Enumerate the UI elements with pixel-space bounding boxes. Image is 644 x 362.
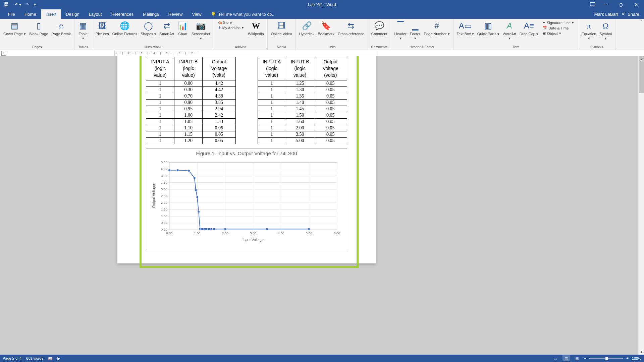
ruler: L 1 · · · | · · · 2 · · · | · · · 3 · · … bbox=[0, 50, 644, 56]
table-cell: 1.30 bbox=[286, 86, 314, 93]
undo-button[interactable]: ↶ ▾ bbox=[13, 2, 22, 8]
textbox-button[interactable]: A▭Text Box ▾ bbox=[455, 19, 475, 37]
online-video-button[interactable]: 🎞Online Video bbox=[270, 19, 293, 37]
svg-point-47 bbox=[198, 210, 200, 213]
macros-icon[interactable]: ▶ bbox=[57, 356, 60, 361]
group-illustrations-label: Illustrations bbox=[145, 45, 162, 50]
svg-text:Output Voltage: Output Voltage bbox=[152, 184, 156, 208]
object-button[interactable]: ▣ Object ▾ bbox=[542, 31, 575, 36]
table-row: 11.600.05 bbox=[258, 118, 347, 125]
page-indicator[interactable]: Page 2 of 4 bbox=[3, 356, 21, 360]
table-row: 11.450.05 bbox=[258, 106, 347, 112]
signature-line-button[interactable]: ✒ Signature Line ▾ bbox=[542, 20, 575, 25]
header-button[interactable]: ▔Header▾ bbox=[393, 19, 408, 42]
symbol-button[interactable]: ΩSymbol▾ bbox=[598, 19, 613, 42]
smartart-button[interactable]: ⇄SmartArt bbox=[158, 19, 175, 37]
quickparts-icon: ▥ bbox=[483, 20, 494, 31]
tab-file[interactable]: File bbox=[3, 9, 20, 19]
scroll-down-button[interactable]: ▼ bbox=[639, 349, 644, 355]
wordart-button[interactable]: AWordArt▾ bbox=[501, 19, 518, 42]
table-row: 11.150.05 bbox=[146, 131, 236, 137]
pictures-button[interactable]: 🖼Pictures bbox=[94, 19, 110, 37]
svg-text:4.00: 4.00 bbox=[161, 174, 168, 177]
word-count[interactable]: 661 words bbox=[26, 356, 43, 360]
collapse-ribbon-button[interactable]: ˆ bbox=[641, 20, 642, 25]
table-cell: 0.06 bbox=[203, 125, 235, 131]
qat-customize[interactable]: ▾ bbox=[33, 2, 37, 8]
svg-point-59 bbox=[266, 228, 268, 230]
bookmark-button[interactable]: 🔖Bookmark bbox=[316, 19, 336, 37]
share-icon bbox=[622, 11, 626, 17]
dropcap-icon: A≡ bbox=[524, 20, 534, 31]
date-time-button[interactable]: 📅 Date & Time bbox=[542, 25, 575, 31]
zoom-in-button[interactable]: + bbox=[626, 356, 628, 360]
table-row: 11.250.05 bbox=[258, 80, 347, 86]
comment-button[interactable]: 💬Comment bbox=[370, 19, 389, 37]
cross-reference-button[interactable]: ⇆Cross-reference bbox=[336, 19, 366, 37]
my-addins-button[interactable]: ✦ My Add-ins ▾ bbox=[217, 25, 245, 30]
quickparts-button[interactable]: ▥Quick Parts ▾ bbox=[476, 19, 501, 37]
tell-me-search[interactable]: 💡 Tell me what you want to do... bbox=[211, 12, 275, 17]
close-button[interactable]: ✕ bbox=[629, 0, 644, 9]
dropcap-button[interactable]: A≡Drop Cap ▾ bbox=[518, 19, 540, 37]
group-tables-label: Tables bbox=[78, 45, 88, 50]
touch-mode-icon[interactable] bbox=[590, 2, 595, 8]
hyperlink-button[interactable]: 🔗Hyperlink bbox=[298, 19, 316, 37]
shapes-button[interactable]: ◯Shapes ▾ bbox=[139, 19, 157, 37]
blank-page-button[interactable]: ▯Blank Page bbox=[28, 19, 49, 37]
title-bar: W ↶ ▾ ↷ ▾ Lab ^N1 - Word ─ ▢ ✕ bbox=[0, 0, 644, 9]
user-name[interactable]: Mark LaBarr bbox=[594, 12, 619, 17]
status-bar: Page 2 of 4 661 words 📖 ▶ ▭ ▥ ▦ − + 100% bbox=[0, 355, 644, 362]
table-cell: 1.33 bbox=[203, 118, 235, 125]
tab-review[interactable]: Review bbox=[164, 9, 187, 19]
svg-point-46 bbox=[196, 196, 198, 198]
svg-text:2.00: 2.00 bbox=[222, 231, 229, 235]
wikipedia-button[interactable]: WWikipedia bbox=[247, 19, 265, 37]
symbol-icon: Ω bbox=[600, 20, 611, 31]
scroll-up-button[interactable]: ▲ bbox=[639, 56, 644, 62]
online-pictures-button[interactable]: 🌐Online Pictures bbox=[111, 19, 139, 37]
vertical-scrollbar[interactable]: ▲ ▼ bbox=[638, 56, 644, 355]
tab-references[interactable]: References bbox=[107, 9, 138, 19]
tab-design[interactable]: Design bbox=[61, 9, 84, 19]
horizontal-ruler[interactable]: 1 · · · | · · · 2 · · · | · · · 3 · · · … bbox=[114, 51, 376, 56]
svg-point-45 bbox=[195, 189, 197, 191]
tab-mailings[interactable]: Mailings bbox=[138, 9, 164, 19]
zoom-slider[interactable] bbox=[589, 358, 623, 359]
svg-point-3 bbox=[623, 13, 624, 14]
cover-page-button[interactable]: ▤Cover Page ▾ bbox=[2, 19, 27, 37]
minimize-button[interactable]: ─ bbox=[598, 0, 613, 9]
store-button[interactable]: 🛍 Store bbox=[217, 20, 245, 25]
maximize-button[interactable]: ▢ bbox=[613, 0, 629, 9]
tab-selector[interactable]: L bbox=[1, 51, 6, 56]
screenshot-button[interactable]: 📷Screenshot▾ bbox=[190, 19, 212, 42]
tab-home[interactable]: Home bbox=[20, 9, 41, 19]
table-button[interactable]: ▦Table▾ bbox=[76, 19, 90, 42]
table-cell: 0.05 bbox=[314, 112, 347, 118]
chart-button[interactable]: 📊Chart bbox=[176, 19, 190, 37]
page: Table 2. Output Voltages for various Inp… bbox=[117, 56, 376, 263]
document-canvas[interactable]: Table 2. Output Voltages for various Inp… bbox=[0, 56, 644, 355]
svg-text:1.00: 1.00 bbox=[161, 214, 168, 218]
equation-button[interactable]: πEquation▾ bbox=[580, 19, 597, 42]
table-cell: 1 bbox=[146, 112, 174, 118]
redo-button[interactable]: ↷ bbox=[24, 2, 31, 8]
lightbulb-icon: 💡 bbox=[211, 12, 216, 17]
spellcheck-icon[interactable]: 📖 bbox=[48, 356, 53, 361]
page-break-button[interactable]: ⎌Page Break bbox=[50, 19, 72, 37]
print-layout-button[interactable]: ▥ bbox=[562, 355, 570, 361]
tab-layout[interactable]: Layout bbox=[84, 9, 107, 19]
page-number-button[interactable]: #Page Number ▾ bbox=[423, 19, 451, 37]
read-mode-button[interactable]: ▭ bbox=[552, 355, 559, 361]
chart-object[interactable]: Figure 1. Input vs. Output Voltage for 7… bbox=[146, 148, 347, 250]
share-button[interactable]: Share bbox=[622, 11, 639, 17]
web-layout-button[interactable]: ▦ bbox=[573, 355, 581, 361]
group-hf-label: Header & Footer bbox=[410, 45, 434, 50]
zoom-level[interactable]: 100% bbox=[632, 356, 641, 360]
tab-insert[interactable]: Insert bbox=[41, 9, 61, 19]
footer-button[interactable]: ▁Footer▾ bbox=[409, 19, 422, 42]
zoom-out-button[interactable]: − bbox=[584, 356, 586, 360]
table-cell: 0.05 bbox=[314, 118, 347, 125]
table-cell: 0.05 bbox=[314, 99, 347, 106]
tab-view[interactable]: View bbox=[187, 9, 206, 19]
